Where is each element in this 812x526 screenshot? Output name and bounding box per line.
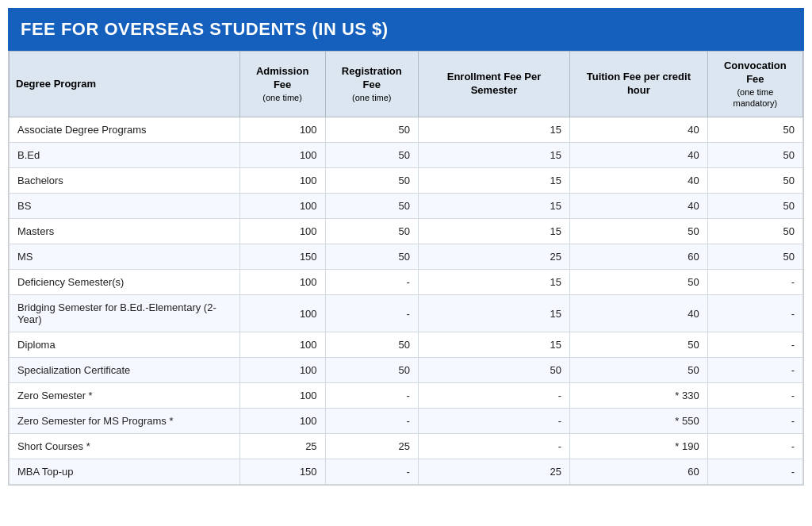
col-header-program: Degree Program [10, 52, 240, 117]
cell-registration: 50 [325, 143, 418, 168]
cell-admission: 100 [239, 332, 325, 358]
cell-convocation: - [707, 459, 802, 485]
cell-tuition: 60 [570, 459, 708, 485]
cell-tuition: 60 [570, 244, 708, 270]
cell-registration: - [325, 270, 418, 295]
cell-enrollment: 15 [418, 168, 569, 194]
cell-tuition: * 550 [570, 409, 708, 434]
cell-program: Deficiency Semester(s) [10, 270, 240, 295]
cell-admission: 100 [239, 219, 325, 244]
cell-program: MBA Top-up [10, 459, 240, 485]
cell-enrollment: 25 [418, 459, 569, 485]
cell-convocation: 50 [707, 117, 802, 143]
cell-tuition: 50 [570, 270, 708, 295]
table-body: Associate Degree Programs10050154050B.Ed… [10, 117, 803, 485]
cell-admission: 100 [239, 117, 325, 143]
cell-registration: 50 [325, 168, 418, 194]
cell-program: Diploma [10, 332, 240, 358]
cell-enrollment: 50 [418, 358, 569, 383]
cell-program: Short Courses * [10, 434, 240, 459]
table-row: MS15050256050 [10, 244, 803, 270]
cell-registration: 50 [325, 117, 418, 143]
cell-enrollment: - [418, 383, 569, 409]
cell-program: Specialization Certificate [10, 358, 240, 383]
cell-enrollment: 15 [418, 143, 569, 168]
cell-admission: 100 [239, 194, 325, 219]
cell-tuition: 40 [570, 143, 708, 168]
table-row: B.Ed10050154050 [10, 143, 803, 168]
table-row: Bachelors10050154050 [10, 168, 803, 194]
cell-program: Zero Semester for MS Programs * [10, 409, 240, 434]
cell-enrollment: - [418, 409, 569, 434]
col-header-registration: Registration Fee(one time) [325, 52, 418, 117]
cell-enrollment: 15 [418, 194, 569, 219]
table-row: Diploma100501550- [10, 332, 803, 358]
cell-enrollment: 15 [418, 332, 569, 358]
col-header-convocation: Convocation Fee(one time mandatory) [707, 52, 802, 117]
cell-enrollment: 15 [418, 270, 569, 295]
cell-tuition: 50 [570, 358, 708, 383]
cell-program: Bridging Semester for B.Ed.-Elementary (… [10, 295, 240, 332]
table-row: Deficiency Semester(s)100-1550- [10, 270, 803, 295]
cell-admission: 100 [239, 143, 325, 168]
cell-admission: 100 [239, 295, 325, 332]
cell-registration: 25 [325, 434, 418, 459]
page-title: FEE FOR OVERSEAS STUDENTS (IN US $) [21, 19, 389, 39]
table-row: Masters10050155050 [10, 219, 803, 244]
table-row: MBA Top-up150-2560- [10, 459, 803, 485]
cell-convocation: - [707, 383, 802, 409]
cell-tuition: 40 [570, 168, 708, 194]
cell-program: Bachelors [10, 168, 240, 194]
table-row: Bridging Semester for B.Ed.-Elementary (… [10, 295, 803, 332]
cell-convocation: - [707, 270, 802, 295]
header-bar: FEE FOR OVERSEAS STUDENTS (IN US $) [8, 8, 804, 51]
cell-registration: 50 [325, 358, 418, 383]
cell-admission: 100 [239, 168, 325, 194]
table-header-row: Degree ProgramAdmission Fee(one time)Reg… [10, 52, 803, 117]
cell-tuition: * 330 [570, 383, 708, 409]
table-row: Associate Degree Programs10050154050 [10, 117, 803, 143]
cell-enrollment: 15 [418, 219, 569, 244]
table-row: BS10050154050 [10, 194, 803, 219]
cell-admission: 100 [239, 270, 325, 295]
table-container: Degree ProgramAdmission Fee(one time)Reg… [8, 51, 804, 486]
cell-convocation: - [707, 358, 802, 383]
cell-program: Associate Degree Programs [10, 117, 240, 143]
col-header-enrollment: Enrollment Fee Per Semester [418, 52, 569, 117]
cell-tuition: 50 [570, 219, 708, 244]
col-header-tuition: Tuition Fee per credit hour [570, 52, 708, 117]
cell-admission: 25 [239, 434, 325, 459]
cell-tuition: * 190 [570, 434, 708, 459]
cell-convocation: 50 [707, 244, 802, 270]
col-sub-registration: (one time) [332, 92, 412, 103]
cell-convocation: 50 [707, 194, 802, 219]
cell-convocation: 50 [707, 168, 802, 194]
cell-admission: 150 [239, 244, 325, 270]
col-sub-convocation: (one time mandatory) [714, 86, 796, 109]
cell-admission: 100 [239, 358, 325, 383]
cell-enrollment: - [418, 434, 569, 459]
table-row: Specialization Certificate100505050- [10, 358, 803, 383]
cell-registration: 50 [325, 244, 418, 270]
cell-registration: - [325, 459, 418, 485]
cell-enrollment: 25 [418, 244, 569, 270]
cell-program: MS [10, 244, 240, 270]
cell-registration: 50 [325, 194, 418, 219]
table-row: Short Courses *2525-* 190- [10, 434, 803, 459]
table-row: Zero Semester *100--* 330- [10, 383, 803, 409]
cell-enrollment: 15 [418, 295, 569, 332]
cell-registration: 50 [325, 332, 418, 358]
cell-tuition: 40 [570, 295, 708, 332]
cell-admission: 150 [239, 459, 325, 485]
cell-registration: 50 [325, 219, 418, 244]
cell-program: Masters [10, 219, 240, 244]
col-sub-admission: (one time) [247, 92, 319, 103]
col-header-admission: Admission Fee(one time) [239, 52, 325, 117]
cell-convocation: - [707, 434, 802, 459]
cell-convocation: - [707, 332, 802, 358]
cell-registration: - [325, 383, 418, 409]
cell-convocation: - [707, 409, 802, 434]
cell-tuition: 40 [570, 117, 708, 143]
cell-enrollment: 15 [418, 117, 569, 143]
cell-admission: 100 [239, 383, 325, 409]
